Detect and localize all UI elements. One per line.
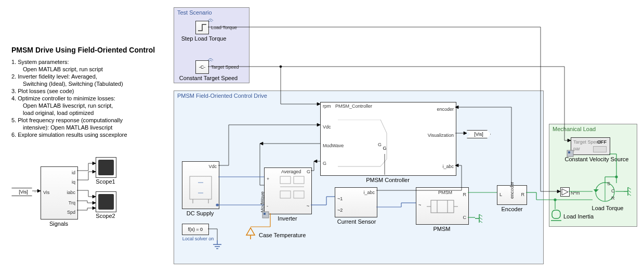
port-vdc: Vdc: [208, 164, 217, 169]
constant-block[interactable]: -C-: [195, 60, 209, 74]
case-temp-label: Case Temperature: [259, 232, 316, 238]
port-enc-l: L: [500, 192, 502, 197]
note-line: 5. Plot frequency response (computationa…: [11, 117, 127, 124]
note-line: Open MATLAB script, run script: [11, 66, 127, 73]
load-torque-block[interactable]: [593, 181, 620, 203]
mech-ref-icon: [474, 213, 487, 224]
note-line: 1. System parameters:: [11, 58, 127, 66]
port-modwave: ModWave: [260, 191, 265, 212]
svg-rect-45: [552, 210, 560, 218]
svg-point-69: [280, 66, 282, 68]
lt-c: C: [611, 188, 615, 193]
svg-line-49: [628, 187, 631, 189]
subsystem-test-scenario[interactable]: Test Scenario: [174, 7, 249, 83]
svg-rect-28: [294, 176, 304, 184]
svg-marker-42: [594, 189, 599, 192]
scope2[interactable]: [96, 191, 116, 212]
subsystem-title: PMSM Field-Oriented Control Drive: [177, 93, 267, 99]
pmsm-label: PMSM: [416, 226, 468, 232]
subsystem-title: Mechanical Load: [553, 126, 596, 132]
port-plus: +: [267, 176, 269, 182]
pmsm-title: PMSM: [438, 190, 452, 195]
inverter-label: Inverter: [264, 215, 311, 222]
svg-rect-33: [264, 213, 266, 215]
thermal-ref-icon: [244, 227, 257, 241]
port-iabc: iabc: [67, 190, 75, 195]
port-spd: Spd: [67, 210, 75, 215]
cvs-block[interactable]: Target Speed par OFF: [571, 137, 610, 155]
port-g-bottom: [324, 184, 328, 188]
svg-rect-35: [431, 200, 454, 213]
lt-s: S: [607, 181, 610, 186]
svg-line-50: [628, 190, 631, 192]
port-id: id: [72, 170, 75, 175]
lt-nm: N*m: [571, 190, 580, 196]
from-tag-vis[interactable]: [Vis]: [11, 188, 35, 196]
port-ctrl-iabc: i_abc: [442, 164, 454, 169]
cvs-field: [593, 146, 607, 152]
port-rpm: rpm: [323, 104, 331, 109]
inverter-mode: Averaged: [281, 169, 301, 174]
port-iq: iq: [72, 179, 75, 185]
constant-port: Target Speed: [211, 64, 239, 70]
note-line: 2. Inverter fidelity level: Averaged,: [11, 73, 127, 80]
solver-config-block[interactable]: f(x) = 0: [182, 224, 209, 235]
sps-icon: [561, 188, 569, 196]
step-block[interactable]: [195, 21, 209, 34]
note-line: Switching (Ideal), Switching (Tabulated): [11, 80, 127, 87]
cvs-off: OFF: [597, 139, 607, 145]
svg-rect-22: [190, 176, 212, 199]
load-inertia-icon[interactable]: [550, 209, 562, 224]
goto-tag-vis[interactable]: [Vis]: [467, 130, 491, 138]
step-port: Load Torque: [211, 25, 237, 30]
note-line: Open MATLAB livescript, run script,: [11, 102, 127, 109]
subsystem-title: Test Scenario: [177, 9, 212, 16]
load-inertia-label: Load Inertia: [563, 213, 605, 220]
load-torque-label: Load Torque: [584, 205, 631, 211]
port-enc-encoder: encoder: [509, 180, 515, 199]
svg-rect-41: [568, 151, 570, 153]
port-vis: Vis: [43, 190, 49, 195]
cvs-par-label: par: [573, 146, 580, 151]
port-enc-r: R: [521, 192, 525, 197]
svg-line-54: [479, 214, 482, 216]
inverter-block[interactable]: ModWave G Averaged + - ~: [264, 167, 312, 214]
scope1[interactable]: [96, 157, 116, 178]
sps-converter[interactable]: [560, 187, 570, 197]
note-line: load original, load optimized: [11, 109, 127, 117]
svg-rect-27: [280, 176, 291, 184]
svg-line-51: [628, 193, 631, 196]
scope1-label: Scope1: [88, 178, 123, 185]
port-ctrl-vdc: Vdc: [323, 124, 331, 130]
dc-supply-block[interactable]: Vdc: [182, 161, 219, 209]
pmsm-block[interactable]: PMSM ~ R C: [416, 187, 469, 225]
scope2-label: Scope2: [88, 213, 123, 219]
svg-line-55: [479, 217, 482, 220]
signals-block[interactable]: Vis id iq iabc Trq Spd: [41, 166, 78, 220]
port-ctrl-g: G: [323, 161, 326, 166]
elec-ground-icon: [212, 240, 222, 253]
port-pmsm-r: R: [463, 192, 467, 197]
note-line: intensive): Open MATLAB livescript: [11, 124, 127, 131]
simscape-icon: [262, 211, 269, 218]
port-pmsm-tilde: ~: [418, 202, 421, 208]
dc-supply-label: DC Supply: [182, 210, 218, 216]
svg-line-56: [479, 221, 482, 223]
current-sensor-label: Current Sensor: [331, 218, 383, 225]
port-pmsm-c: C: [463, 215, 467, 220]
port-ctrl-encoder: encoder: [437, 107, 454, 112]
port-tilde: ~: [307, 203, 309, 209]
cvs-label: Constant Velocity Source: [560, 156, 633, 162]
mech-ref-icon: [623, 186, 635, 197]
constant-label: Constant Target Speed: [175, 75, 242, 81]
encoder-block[interactable]: L R encoder: [497, 185, 527, 205]
svg-marker-44: [562, 189, 568, 195]
port-trq: Trq: [69, 200, 75, 205]
note-line: 4. Optimize controller to minimize losse…: [11, 95, 127, 102]
step-icon: [196, 21, 208, 34]
port-minus: -: [267, 203, 268, 209]
current-sensor-block[interactable]: i_abc ~1 ~2: [335, 187, 377, 217]
port-iabc: i_abc: [363, 190, 375, 195]
note-line: 3. Plot losses (see code): [11, 87, 127, 95]
page-title: PMSM Drive Using Field-Oriented Control: [11, 46, 155, 54]
